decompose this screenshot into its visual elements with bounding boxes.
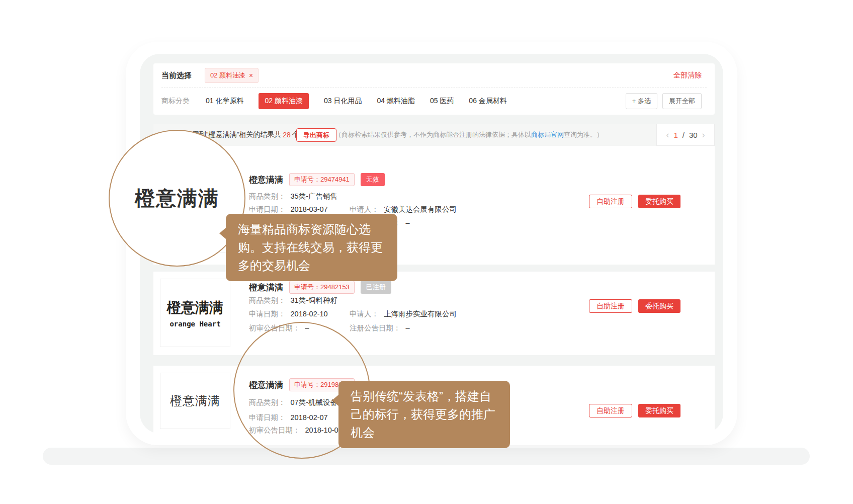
status-badge-invalid: 无效 [361, 173, 385, 186]
trademark-image-2[interactable]: 橙意满满 orange Heart [160, 279, 230, 347]
tooltip-marketplace: 海量精品商标资源随心选购。支持在线交易，获得更多的交易机会 [226, 214, 397, 281]
category-label: 商标分类 [161, 97, 190, 106]
tab-03-daily-chemical[interactable]: 03 日化用品 [324, 97, 362, 106]
apply-date-line: 申请日期： 2018-03-07 申请人： 安徽美达会展有限公司 [249, 204, 589, 215]
tab-02-paint-active[interactable]: 02 颜料油漆 [259, 93, 308, 109]
expand-all-button[interactable]: 展开全部 [662, 93, 702, 109]
applicant-value: 安徽美达会展有限公司 [384, 205, 457, 214]
page: 当前选择 02 颜料油漆 × 全部清除 商标分类 01 化学原料 02 颜料油漆… [0, 0, 853, 504]
reg-publication-value: – [406, 219, 410, 227]
applicant-pair: 申请人： 安徽美达会展有限公司 [350, 204, 457, 215]
trademark-name[interactable]: 橙意满满 [249, 174, 283, 186]
application-number-badge: 申请号：29474941 [289, 173, 355, 186]
row-actions: 自助注册 委托购买 [589, 195, 680, 208]
apply-date-line: 申请日期： 2018-02-10 申请人： 上海雨步实业有限公司 [249, 308, 589, 319]
pagination: ‹ 1 / 30 › [656, 124, 715, 146]
results-count: 28 [283, 131, 291, 139]
apply-date-label: 申请日期： [249, 205, 286, 214]
current-page: 1 [673, 131, 677, 139]
filter-card: 当前选择 02 颜料油漆 × 全部清除 商标分类 01 化学原料 02 颜料油漆… [153, 63, 715, 115]
trademark-text: 橙意满满 [170, 393, 220, 409]
entrust-buy-button[interactable]: 委托购买 [638, 299, 680, 313]
clear-all-link[interactable]: 全部清除 [673, 71, 702, 80]
applicant-label: 申请人： [350, 309, 379, 319]
apply-date-value: 2018-02-10 [291, 310, 328, 318]
tooltip-promotion: 告别传统“发表格”，搭建自己的标行，获得更多的推广机会 [338, 381, 510, 448]
trademark-office-link[interactable]: 商标局官网 [531, 130, 564, 139]
next-page-icon[interactable]: › [702, 130, 705, 139]
export-trademark-button[interactable]: 导出商标 [296, 128, 336, 142]
prev-page-icon[interactable]: ‹ [666, 130, 669, 139]
reg-publication-value: – [406, 324, 410, 332]
filter-actions: + 多选 展开全部 [626, 93, 702, 109]
applicant-label: 申请人： [350, 205, 379, 214]
trademark-subtext: orange Heart [169, 320, 220, 328]
row-actions: 自助注册 委托购买 [589, 404, 680, 417]
laptop-base [43, 448, 810, 465]
category-tabs-bar: 商标分类 01 化学原料 02 颜料油漆 03 日化用品 04 燃料油脂 05 … [161, 88, 702, 114]
category-label: 商品类别： [249, 296, 286, 305]
current-selection-label: 当前选择 [161, 71, 192, 80]
entrust-buy-button[interactable]: 委托购买 [638, 195, 680, 208]
category-value: 31类-饲料种籽 [291, 296, 337, 305]
page-separator: / [683, 131, 685, 139]
current-selection-bar: 当前选择 02 颜料油漆 × 全部清除 [161, 63, 702, 88]
trademark-image-3[interactable]: 橙意满满 [160, 373, 230, 429]
self-register-button[interactable]: 自助注册 [589, 195, 632, 208]
apply-date-label: 申请日期： [249, 309, 286, 319]
trademark-name[interactable]: 橙意满满 [249, 282, 283, 293]
chip-close-icon[interactable]: × [249, 72, 253, 79]
disclaimer-after: 查询为准。） [564, 130, 603, 139]
reg-publication-label: 注册公告日期： [350, 323, 401, 333]
tab-04-fuel[interactable]: 04 燃料油脂 [377, 97, 414, 106]
magnifier-circle-1: 橙意满满 [109, 130, 245, 267]
multi-select-button[interactable]: + 多选 [626, 93, 657, 109]
category-line: 商品类别： 35类-广告销售 [249, 191, 589, 202]
applicant-value: 上海雨步实业有限公司 [384, 309, 457, 319]
trademark-text: 橙意满满 [167, 298, 223, 317]
title-line: 橙意满满 申请号：29474941 无效 [249, 173, 385, 186]
title-line: 橙意满满 申请号：29482153 已注册 [249, 281, 391, 294]
chip-label: 02 颜料油漆 [210, 71, 245, 80]
reg-publication-pair: 注册公告日期： – [350, 322, 410, 333]
application-number-badge: 申请号：29482153 [289, 281, 355, 294]
selected-filter-chip[interactable]: 02 颜料油漆 × [205, 68, 259, 83]
category-label: 商品类别： [249, 192, 286, 201]
applicant-pair: 申请人： 上海雨步实业有限公司 [350, 308, 457, 319]
entrust-buy-button[interactable]: 委托购买 [638, 404, 680, 417]
tab-05-medicine[interactable]: 05 医药 [430, 97, 454, 106]
self-register-button[interactable]: 自助注册 [589, 404, 632, 417]
status-badge-registered: 已注册 [361, 281, 391, 294]
total-pages: 30 [689, 131, 698, 139]
tab-01-chemical[interactable]: 01 化学原料 [206, 97, 243, 106]
row-actions: 自助注册 委托购买 [589, 299, 680, 313]
category-value: 35类-广告销售 [291, 192, 337, 201]
results-header: 为您检索到“橙意满满”相关的结果共 28 个 导出商标 （商标检索结果仅供参考，… [153, 124, 715, 146]
apply-date-value: 2018-03-07 [291, 205, 328, 213]
tab-06-metal[interactable]: 06 金属材料 [469, 97, 506, 106]
self-register-button[interactable]: 自助注册 [589, 299, 632, 313]
disclaimer-text: （商标检索结果仅供参考，不作为商标能否注册的法律依据；具体以 商标局官网 查询为… [335, 124, 603, 146]
disclaimer-before: （商标检索结果仅供参考，不作为商标能否注册的法律依据；具体以 [335, 130, 531, 139]
magnified-trademark-text: 橙意满满 [135, 185, 219, 212]
category-line: 商品类别： 31类-饲料种籽 [249, 295, 589, 306]
result-row-2: 橙意满满 orange Heart 橙意满满 申请号：29482153 已注册 … [153, 272, 715, 355]
